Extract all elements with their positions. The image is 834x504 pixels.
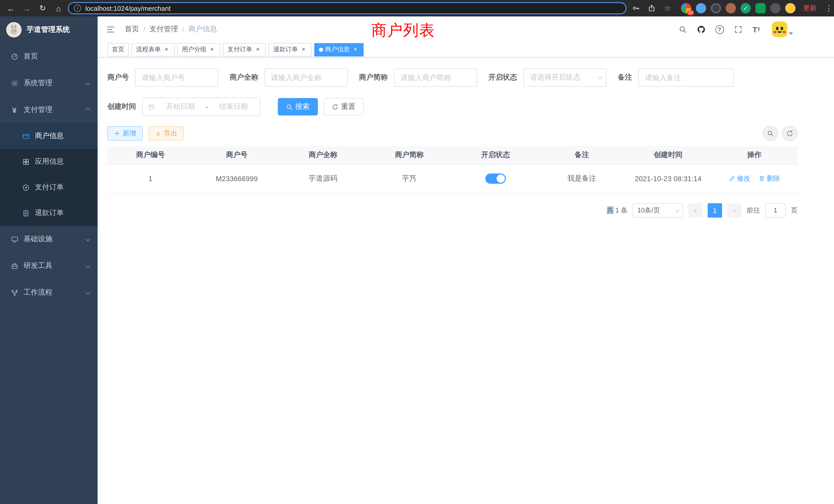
help-icon[interactable]: ?	[714, 24, 725, 35]
reset-button[interactable]: 重置	[324, 98, 364, 115]
status-toggle[interactable]	[485, 174, 506, 184]
tab-process-form[interactable]: 流程表单 ×	[131, 43, 175, 56]
pagination: 共 1 条 10条/页 ‹ 1 › 前往 页	[107, 203, 797, 217]
table-row: 1 M233666999 芋道源码 芋艿 我是备注 2021-10-23 08:…	[107, 164, 797, 193]
site-info-icon[interactable]: i	[74, 5, 81, 12]
tab-user-group[interactable]: 用户分组 ×	[177, 43, 220, 56]
col-full-name: 商户全称	[280, 146, 366, 164]
question-mark: ?	[715, 25, 724, 33]
calendar-icon	[148, 103, 155, 110]
address-bar[interactable]: i localhost:1024/pay/merchant	[68, 2, 627, 14]
merchant-no-input[interactable]	[135, 68, 218, 87]
sidebar-item-dev-tools[interactable]: 研发工具	[0, 253, 97, 279]
browser-back-icon[interactable]: ←	[4, 2, 18, 15]
sidebar-item-home[interactable]: 首页	[0, 43, 97, 70]
short-name-label: 商户简称	[359, 73, 394, 82]
tab-close-icon[interactable]: ×	[208, 46, 216, 53]
tab-close-icon[interactable]: ×	[352, 46, 359, 53]
search-button-label: 搜索	[295, 102, 310, 111]
sidebar-item-infrastructure[interactable]: 基础设施	[0, 226, 97, 253]
chevron-up-icon	[86, 108, 90, 112]
prev-page-button[interactable]: ‹	[688, 203, 703, 217]
sidebar-item-payment-orders[interactable]: 支付订单	[0, 175, 97, 200]
tab-label: 首页	[112, 45, 124, 54]
github-icon[interactable]	[696, 24, 706, 35]
browser-menu-icon[interactable]: ⋮	[822, 2, 834, 15]
sidebar-item-workflow[interactable]: 工作流程	[0, 279, 97, 306]
menu-label: 系统管理	[24, 78, 52, 88]
share-icon[interactable]	[645, 2, 658, 15]
bookmark-star-icon[interactable]: ☆	[661, 2, 674, 15]
browser-reload-icon[interactable]: ↻	[36, 2, 49, 15]
page-1-button[interactable]: 1	[708, 203, 722, 217]
card-icon	[22, 132, 30, 140]
tab-merchant-info[interactable]: 商户信息 ×	[314, 43, 364, 56]
extension-gray-icon[interactable]	[770, 3, 781, 13]
app-logo[interactable]: 芋道管理系统	[0, 17, 97, 43]
page-size-value: 10条/页	[637, 206, 660, 215]
delete-link[interactable]: 删除	[759, 174, 780, 183]
total-prefix: 共	[607, 206, 613, 214]
tab-payment-orders[interactable]: 支付订单 ×	[223, 43, 266, 56]
tab-close-icon[interactable]: ×	[300, 46, 307, 53]
browser-forward-icon[interactable]: →	[20, 2, 34, 15]
password-key-icon[interactable]	[629, 2, 642, 15]
breadcrumb-separator: /	[143, 25, 145, 33]
tab-refund-orders[interactable]: 退款订单 ×	[269, 43, 312, 56]
date-range-picker[interactable]: 开始日期 - 结束日期	[142, 97, 260, 116]
edit-link[interactable]: 修改	[729, 174, 750, 183]
sidebar-item-merchant-info[interactable]: 商户信息	[0, 123, 97, 149]
sidebar-menu: 首页 系统管理 ¥ 支付管理 商户信息	[0, 43, 97, 306]
add-button[interactable]: 新增	[107, 126, 143, 141]
screen: ← → ↻ ⌂ i localhost:1024/pay/merchant ☆ …	[0, 0, 834, 504]
document-icon	[22, 209, 30, 217]
chevron-down-icon	[86, 291, 90, 295]
full-name-input[interactable]	[264, 68, 348, 87]
short-name-input[interactable]	[394, 68, 477, 87]
flow-icon	[10, 289, 19, 297]
extension-colorful-icon[interactable]: 10	[681, 3, 691, 13]
tab-home[interactable]: 首页	[107, 43, 129, 56]
goto-page-input[interactable]	[765, 203, 786, 217]
user-menu[interactable]	[772, 22, 793, 37]
user-avatar	[772, 22, 787, 37]
search-icon	[767, 130, 774, 137]
tab-close-icon[interactable]: ×	[163, 46, 170, 53]
sidebar-item-payment[interactable]: ¥ 支付管理	[0, 96, 97, 123]
breadcrumb-payment[interactable]: 支付管理	[150, 25, 178, 34]
extension-blue-icon[interactable]	[696, 3, 706, 13]
extension-green-square-icon[interactable]	[755, 3, 766, 13]
extension-dark-ring-icon[interactable]	[711, 3, 721, 13]
fullscreen-icon[interactable]	[733, 24, 743, 35]
refresh-table-button[interactable]	[782, 126, 797, 141]
browser-home-icon[interactable]: ⌂	[52, 2, 65, 15]
search-button[interactable]: 搜索	[278, 98, 318, 115]
page-size-select[interactable]: 10条/页	[633, 203, 683, 217]
font-size-icon[interactable]: TT	[751, 24, 762, 35]
dashboard-icon	[10, 52, 19, 61]
status-select[interactable]: 请选择开启状态	[523, 68, 607, 87]
sidebar-item-system[interactable]: 系统管理	[0, 70, 97, 96]
menu-label: 基础设施	[24, 234, 52, 244]
extension-avatar-icon[interactable]	[726, 3, 736, 13]
extension-badge: 10	[687, 10, 694, 16]
search-form-row-2: 创建时间 开始日期 - 结束日期 搜索 重置	[107, 97, 797, 116]
cell-actions: 修改 删除	[711, 164, 797, 193]
export-button[interactable]: 导出	[148, 126, 184, 141]
refresh-icon	[332, 104, 338, 110]
delete-label: 删除	[767, 174, 780, 183]
sidebar-item-app-info[interactable]: 应用信息	[0, 149, 97, 175]
search-icon[interactable]	[677, 24, 688, 35]
extension-green-check-icon[interactable]: ✓	[741, 3, 751, 13]
tab-label: 流程表单	[136, 45, 161, 54]
remark-input[interactable]	[638, 68, 734, 87]
sidebar-toggle-icon[interactable]	[105, 24, 115, 35]
breadcrumb-home[interactable]: 首页	[125, 25, 139, 34]
toolbox-icon	[10, 262, 19, 270]
chrome-update-button[interactable]: 更新	[803, 4, 816, 13]
next-page-button[interactable]: ›	[727, 203, 742, 217]
profile-avatar-icon[interactable]	[785, 3, 795, 13]
tab-close-icon[interactable]: ×	[254, 46, 261, 53]
toggle-search-button[interactable]	[763, 126, 778, 141]
sidebar-item-refund-orders[interactable]: 退款订单	[0, 200, 97, 226]
